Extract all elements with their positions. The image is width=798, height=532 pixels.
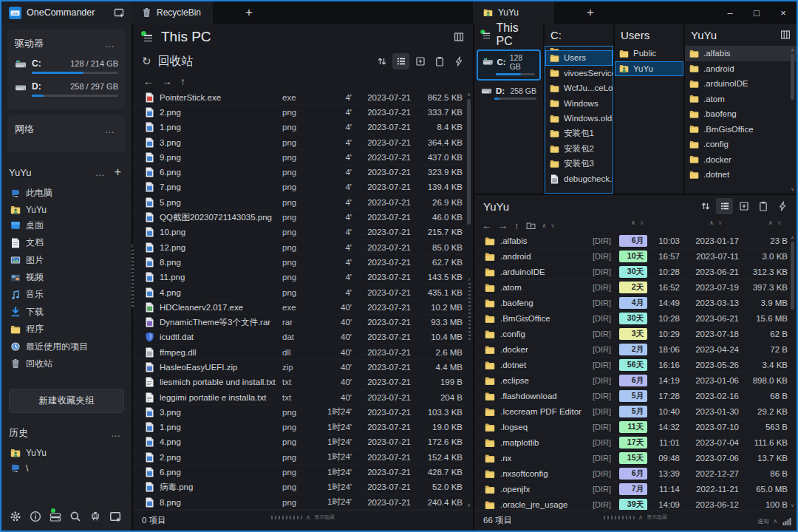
miller-item[interactable]: WcfJu...ceLog bbox=[545, 81, 613, 96]
info-button[interactable] bbox=[27, 508, 44, 525]
file-row[interactable]: 8.pngpng1时24'2023-07-21240.4 KB bbox=[133, 495, 466, 510]
file-row[interactable]: .eclipse[DIR]6月14:192023-01-06898.0 KB bbox=[474, 373, 789, 389]
file-row[interactable]: 病毒.pngpng1时24'2023-07-2152.0 KB bbox=[133, 480, 466, 495]
sidebar-favorite-item[interactable]: 程序 bbox=[7, 321, 126, 338]
sidebar-favorite-item[interactable]: 最近使用的项目 bbox=[7, 338, 126, 355]
hidden-files-toggle[interactable]: ∧ 显示隐藏 bbox=[271, 514, 335, 521]
file-row[interactable]: 1.pngpng1时24'2023-07-2119.0 KB bbox=[133, 420, 466, 435]
maximize-button[interactable]: □ bbox=[743, 1, 770, 24]
sidebar-drive-item[interactable]: C:128 / 214 GB bbox=[13, 56, 120, 79]
paste-button[interactable] bbox=[431, 53, 448, 69]
file-row[interactable]: 7.pngpng4'2023-07-21139.4 KB bbox=[133, 180, 466, 195]
file-row[interactable]: .flashdownload[DIR]5月17:282023-02-1668 B bbox=[474, 389, 789, 404]
file-row[interactable]: 6.pngpng1时24'2023-07-21428.7 KB bbox=[133, 465, 466, 480]
right-folder-name[interactable]: YuYu bbox=[483, 200, 697, 213]
sidebar-favorite-item[interactable]: 图片 bbox=[7, 252, 126, 269]
size-sort-carets[interactable]: ∧∨ bbox=[768, 219, 782, 226]
quick-status[interactable]: 速知∧ bbox=[757, 517, 777, 525]
new-item-button[interactable] bbox=[412, 53, 429, 69]
date-sort-carets[interactable]: ∧∨ bbox=[709, 219, 723, 226]
file-row[interactable]: 11.pngpng4'2023-07-21143.5 KB bbox=[133, 270, 466, 285]
new-pane-icon[interactable] bbox=[114, 7, 124, 18]
search-button[interactable] bbox=[67, 508, 83, 525]
sidebar-favorite-item[interactable]: 文档 bbox=[7, 234, 126, 251]
right-scrollbar[interactable]: ∧ ∨ bbox=[789, 235, 796, 508]
miller-item[interactable]: vivoesService bbox=[545, 66, 613, 81]
file-row[interactable]: 5.pngpng4'2023-07-2126.9 KB bbox=[133, 195, 466, 210]
file-row[interactable]: .oracle_jre_usage[DIR]39天14:092023-06-12… bbox=[474, 497, 789, 510]
file-row[interactable]: 3.pngpng1时24'2023-07-21103.3 KB bbox=[133, 405, 466, 420]
folder-nav-icon[interactable] bbox=[526, 221, 536, 231]
up-button[interactable]: ↑ bbox=[514, 220, 519, 231]
miller-title-yuyu[interactable]: YuYu bbox=[691, 29, 776, 41]
sidebar-favorite-item[interactable]: 视频 bbox=[7, 269, 126, 286]
forward-button[interactable]: → bbox=[162, 75, 172, 87]
automation-button[interactable] bbox=[450, 53, 467, 69]
miller-item[interactable]: .alfabis bbox=[685, 46, 797, 61]
list-view-button[interactable] bbox=[392, 53, 409, 69]
sidebar-drive-item[interactable]: D:258 / 297 GB bbox=[13, 79, 120, 102]
miller-item[interactable]: Windows bbox=[545, 96, 613, 112]
forward-button[interactable]: → bbox=[498, 220, 508, 231]
sidebar-favorite-item[interactable]: 桌面 bbox=[7, 217, 126, 234]
add-favorite-button[interactable]: + bbox=[109, 166, 124, 179]
tab-yuyu[interactable]: YuYu bbox=[473, 1, 554, 24]
file-row[interactable]: .logseq[DIR]11天14:322023-07-10563 B bbox=[474, 420, 789, 435]
file-row[interactable]: PointerStick.exeexe4'2023-07-21862.5 KB bbox=[133, 90, 466, 105]
new-item-button[interactable] bbox=[735, 198, 752, 214]
back-button[interactable]: ← bbox=[482, 220, 491, 231]
sort-button[interactable] bbox=[373, 53, 390, 69]
file-row[interactable]: 4.pngpng1时24'2023-07-21172.6 KB bbox=[133, 435, 466, 450]
pane-splitter-left[interactable]: ‹ bbox=[129, 242, 136, 308]
file-row[interactable]: leggimi portatile e installa.txttxt40'20… bbox=[133, 390, 466, 405]
file-row[interactable]: 4.pngpng4'2023-07-21435.1 KB bbox=[133, 285, 466, 300]
file-row[interactable]: 10.pngpng4'2023-07-21215.7 KB bbox=[133, 225, 466, 240]
sidebar-history-item[interactable]: \ bbox=[7, 461, 126, 476]
miller-title-users[interactable]: Users bbox=[615, 24, 683, 46]
miller-item[interactable]: 安装包2 bbox=[545, 141, 613, 157]
file-row[interactable]: 9.pngpng4'2023-07-21437.0 KB bbox=[133, 150, 466, 165]
minimize-button[interactable]: – bbox=[717, 1, 743, 24]
history-menu-button[interactable]: … bbox=[108, 428, 124, 439]
up-button[interactable]: ↑ bbox=[180, 75, 185, 87]
sort-button[interactable] bbox=[697, 198, 714, 214]
sidebar-favorite-item[interactable]: 此电脑 bbox=[7, 185, 126, 202]
network-menu-button[interactable]: … bbox=[102, 124, 118, 135]
miller-drive-item[interactable]: C:128 GB bbox=[477, 50, 541, 81]
automation-button[interactable] bbox=[774, 198, 791, 214]
file-row[interactable]: .Icecream PDF Editor[DIR]5月10:402023-01-… bbox=[474, 404, 789, 420]
file-row[interactable]: 6.pngpng4'2023-07-21323.9 KB bbox=[133, 165, 466, 180]
sidebar-history-item[interactable]: YuYu bbox=[7, 446, 126, 460]
paste-button[interactable] bbox=[754, 198, 771, 214]
tab-recyclebin[interactable]: RecycleBin bbox=[132, 1, 213, 24]
automation-button[interactable] bbox=[87, 508, 103, 525]
refresh-icon[interactable]: ↻ bbox=[142, 55, 151, 68]
miller-item[interactable]: .docker bbox=[685, 152, 797, 168]
miller-item[interactable]: Users bbox=[545, 50, 613, 66]
file-row[interactable]: 8.pngpng4'2023-07-2162.7 KB bbox=[133, 255, 466, 270]
miller-item[interactable]: YuYu bbox=[615, 61, 683, 77]
drives-menu-button[interactable]: … bbox=[102, 38, 118, 50]
file-row[interactable]: .android[DIR]10天16:572023-07-113.0 KB bbox=[474, 249, 789, 265]
close-button[interactable]: × bbox=[770, 1, 797, 24]
miller-item[interactable]: .baofeng bbox=[685, 106, 797, 122]
miller-item[interactable]: .config bbox=[685, 137, 797, 152]
file-row[interactable]: HDCleanerv2.017.exeexe40'2023-07-2110.2 … bbox=[133, 300, 466, 315]
file-row[interactable]: .baofeng[DIR]4月14:492023-03-133.9 MB bbox=[474, 296, 789, 311]
miller-item[interactable]: .arduinoIDE bbox=[685, 76, 797, 92]
miller-title-thispc[interactable]: This PC bbox=[497, 21, 537, 48]
miller-item[interactable]: .android bbox=[685, 61, 797, 77]
favorites-menu-button[interactable]: … bbox=[92, 167, 109, 178]
settings-button[interactable] bbox=[7, 508, 24, 525]
miller-item[interactable]: .BmGisOffice bbox=[685, 122, 797, 137]
new-window-button[interactable] bbox=[107, 508, 123, 525]
location-menu-icon[interactable] bbox=[142, 32, 154, 42]
name-sort-carets[interactable]: ∧∨ bbox=[542, 222, 556, 229]
location-menu-icon[interactable] bbox=[481, 30, 491, 39]
file-row[interactable]: 1.pngpng4'2023-07-218.4 KB bbox=[133, 120, 466, 135]
file-row[interactable]: .matplotlib[DIR]17天11:012023-07-04111.6 … bbox=[474, 435, 789, 451]
file-row[interactable]: .config[DIR]3天10:292023-07-1862 B bbox=[474, 327, 789, 342]
miller-item[interactable]: 安装包3 bbox=[545, 157, 613, 172]
columns-view-icon[interactable] bbox=[780, 30, 791, 40]
file-row[interactable]: .atom[DIR]2天16:522023-07-19397.3 KB bbox=[474, 280, 789, 296]
